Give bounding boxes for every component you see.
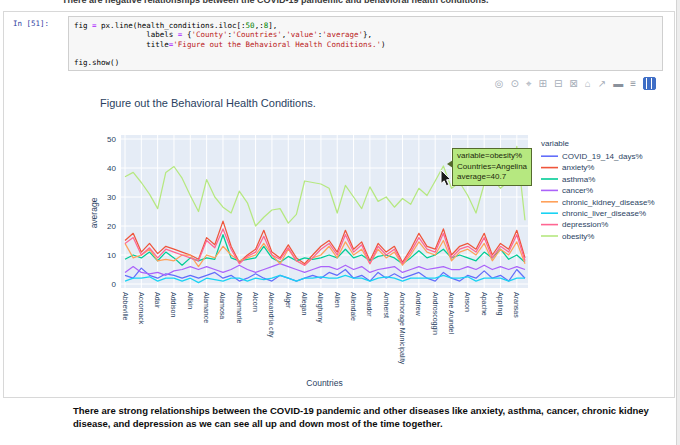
x-tick-label: Alexandria city — [267, 292, 275, 338]
y-axis-title: average — [89, 197, 99, 228]
x-tick-label: Anne Arundel — [448, 292, 455, 334]
x-tick-label: Appling — [496, 292, 504, 315]
legend-label: asthma% — [562, 175, 595, 184]
code-text[interactable]: fig = px.line(health_conditions.iloc[:50… — [74, 21, 657, 67]
legend-item-depression%[interactable]: depression% — [541, 220, 608, 229]
x-tick-label: Alamosa — [219, 292, 226, 319]
legend-label: COVID_19_14_days% — [562, 152, 643, 161]
legend-item-asthma%[interactable]: asthma% — [541, 175, 595, 184]
tooltip-variable: variable=obesity% — [457, 151, 527, 162]
legend-item-COVID_19_14_days%[interactable]: COVID_19_14_days% — [541, 152, 643, 161]
reset-axes-icon[interactable]: ⌂ — [585, 79, 591, 89]
x-tick-label: Apache — [480, 292, 488, 316]
plotly-logo-icon[interactable] — [643, 77, 656, 90]
x-tick-label: Andrew — [415, 292, 422, 317]
x-tick-label: Aitkin — [187, 292, 194, 309]
legend-item-chronic_kidney_disease%[interactable]: chronic_kidney_disease% — [541, 198, 655, 207]
legend-label: anxiety% — [562, 163, 594, 172]
notebook-page: There are negative relationships between… — [0, 0, 680, 445]
x-tick-label: Alamance — [203, 292, 210, 323]
x-tick-label: Alcorn — [252, 292, 259, 312]
y-tick-label: 20 — [107, 222, 116, 231]
autoscale-icon[interactable]: ⊠ — [569, 79, 577, 89]
x-tick-label: Aransas — [513, 292, 520, 318]
zoom-icon[interactable]: ⊙ — [511, 79, 519, 89]
y-tick-label: 0 — [112, 280, 117, 289]
x-tick-label: Anson — [464, 292, 471, 312]
download-plot-icon[interactable]: ◎ — [495, 79, 504, 89]
x-tick-label: Allendale — [350, 292, 357, 321]
x-tick-label: Allen — [334, 292, 341, 308]
hover-tooltip: variable=obesity% Countries=Angelina ave… — [452, 148, 532, 186]
legend-label: obesity% — [562, 232, 594, 241]
x-tick-label: Anchorage Municipality — [398, 292, 406, 365]
zoom-out-icon[interactable]: ⊟ — [554, 79, 562, 89]
pan-icon[interactable]: ⌖ — [526, 79, 532, 89]
plotly-modebar: ◎⊙⌖⊞⊟⊠⌂↗▬≡ — [495, 77, 656, 90]
y-tick-label: 40 — [107, 164, 116, 173]
legend-title: variable — [541, 139, 570, 148]
x-tick-label: Allegan — [300, 292, 308, 315]
legend-item-cancer%[interactable]: cancer% — [541, 186, 593, 195]
legend-item-chronic_liver_disease%[interactable]: chronic_liver_disease% — [541, 209, 646, 218]
x-tick-label: Amador — [366, 292, 373, 317]
zoom-in-icon[interactable]: ⊞ — [539, 79, 547, 89]
x-tick-label: Albemarle — [236, 292, 243, 324]
x-axis-title: Countries — [306, 378, 342, 388]
y-tick-label: 50 — [107, 135, 116, 144]
hover-closest-icon[interactable]: ▬ — [613, 79, 623, 89]
x-tick-label: Androscoggin — [431, 292, 439, 335]
legend-item-obesity%[interactable]: obesity% — [541, 232, 594, 241]
x-tick-label: Alger — [284, 292, 292, 309]
legend-label: chronic_liver_disease% — [562, 209, 646, 218]
hover-compare-icon[interactable]: ≡ — [630, 79, 636, 89]
x-tick-label: Abbeville — [122, 292, 129, 321]
mouse-cursor-icon — [440, 170, 452, 187]
x-tick-label: Alleghany — [316, 292, 324, 323]
conclusion-markdown-text: There are strong relationships between t… — [73, 405, 650, 430]
x-tick-label: Accomack — [138, 292, 145, 325]
clipped-markdown-text-content: There are negative relationships between… — [62, 0, 644, 5]
legend-item-anxiety%[interactable]: anxiety% — [541, 163, 594, 172]
x-tick-label: Amherst — [383, 292, 390, 318]
cell-prompt: In [51]: — [13, 19, 49, 28]
legend-label: chronic_kidney_disease% — [562, 198, 655, 207]
tooltip-average: average=40.7 — [457, 172, 527, 183]
health-conditions-line-chart[interactable]: 01020304050AbbevilleAccomackAdairAddison… — [0, 95, 680, 395]
x-tick-label: Addison — [170, 292, 177, 317]
code-editor[interactable]: fig = px.line(health_conditions.iloc[:50… — [68, 16, 663, 71]
y-tick-label: 10 — [107, 251, 116, 260]
legend-label: cancer% — [562, 186, 593, 195]
y-tick-label: 30 — [107, 193, 116, 202]
legend-label: depression% — [562, 220, 608, 229]
x-tick-label: Adair — [154, 292, 161, 309]
clipped-markdown-text: There are negative relationships between… — [62, 0, 644, 7]
spikelines-icon[interactable]: ↗ — [598, 79, 606, 89]
tooltip-country: Countries=Angelina — [457, 162, 527, 173]
